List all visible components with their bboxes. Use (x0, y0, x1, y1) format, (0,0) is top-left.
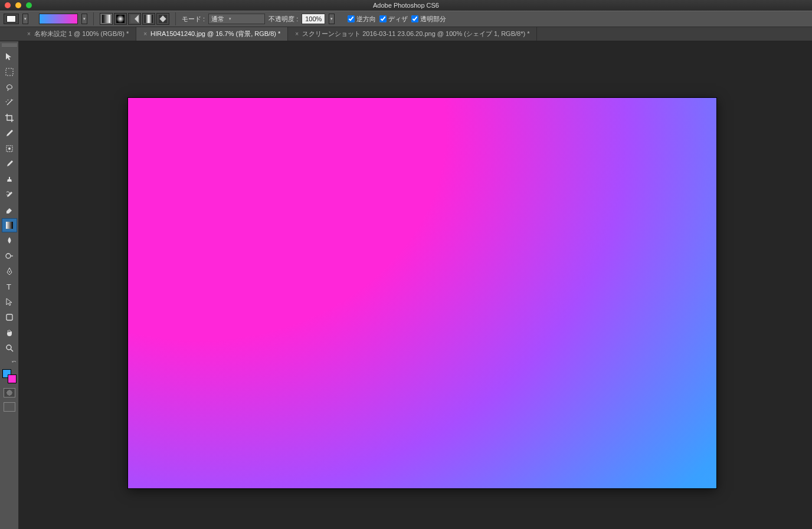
svg-point-8 (8, 147, 11, 150)
spot-heal-tool[interactable] (2, 142, 17, 156)
opacity-dropdown[interactable]: ▾ (329, 14, 335, 24)
gradient-tool[interactable] (2, 218, 17, 232)
document-tab-label: スクリーンショット 2016-03-11 23.06.20.png @ 100%… (302, 29, 529, 38)
workspace: T ⤺ (0, 41, 812, 529)
document-tab-strip: × 名称未設定 1 @ 100% (RGB/8) * × HIRA1504124… (0, 27, 812, 41)
marquee-tool[interactable] (2, 65, 17, 79)
svg-rect-3 (145, 15, 153, 23)
magic-wand-tool[interactable] (2, 96, 17, 110)
mode-label: モード : (182, 15, 205, 24)
color-swatches[interactable] (2, 369, 17, 383)
separator (175, 12, 176, 25)
document-tab[interactable]: × 名称未設定 1 @ 100% (RGB/8) * (20, 27, 136, 41)
gradient-type-group (100, 13, 169, 25)
tool-panel: T ⤺ (0, 41, 19, 529)
separator (93, 12, 94, 25)
gradient-linear-button[interactable] (100, 13, 113, 25)
close-window-button[interactable] (5, 2, 11, 8)
transparency-checkbox[interactable]: 透明部分 (411, 15, 446, 24)
zoom-tool[interactable] (2, 341, 17, 355)
dodge-tool[interactable] (2, 249, 17, 263)
document-tab[interactable]: × HIRA15041240.jpg @ 16.7% (背景, RGB/8) * (136, 27, 288, 41)
blend-mode-value: 通常 (211, 15, 224, 24)
path-selection-tool[interactable] (2, 295, 17, 309)
blur-tool[interactable] (2, 234, 17, 248)
close-tab-icon[interactable]: × (27, 31, 31, 37)
brush-tool[interactable] (2, 157, 17, 171)
close-tab-icon[interactable]: × (295, 31, 299, 37)
background-color[interactable] (8, 374, 17, 383)
reverse-checkbox[interactable]: 逆方向 (348, 15, 376, 24)
document-tab-label: HIRA15041240.jpg @ 16.7% (背景, RGB/8) * (150, 29, 280, 38)
eyedropper-tool[interactable] (2, 126, 17, 140)
close-tab-icon[interactable]: × (143, 31, 147, 37)
opacity-label: 不透明度 : (269, 15, 298, 24)
history-brush-tool[interactable] (2, 188, 17, 202)
gradient-radial-button[interactable] (114, 13, 127, 25)
shape-tool[interactable] (2, 310, 17, 324)
eraser-tool[interactable] (2, 203, 17, 217)
svg-rect-0 (102, 15, 110, 23)
lasso-tool[interactable] (2, 80, 17, 94)
app-title: Adobe Photoshop CS6 (0, 2, 812, 9)
tool-preset-picker[interactable] (4, 14, 19, 24)
gradient-diamond-button[interactable] (156, 13, 169, 25)
move-tool[interactable] (2, 50, 17, 64)
minimize-window-button[interactable] (15, 2, 21, 8)
screen-mode-button[interactable] (4, 402, 15, 412)
document-canvas[interactable] (128, 98, 716, 488)
color-swap-icon[interactable]: ⤺ (2, 359, 17, 364)
canvas-area[interactable] (19, 41, 812, 529)
type-tool[interactable]: T (2, 280, 17, 294)
gradient-reflected-button[interactable] (142, 13, 155, 25)
svg-point-14 (6, 345, 11, 350)
clone-stamp-tool[interactable] (2, 172, 17, 186)
svg-text:T: T (6, 282, 11, 291)
svg-point-11 (9, 271, 10, 272)
gradient-angle-button[interactable] (128, 13, 141, 25)
hand-tool[interactable] (2, 326, 17, 340)
document-tab-label: 名称未設定 1 @ 100% (RGB/8) * (34, 29, 129, 38)
blend-mode-select[interactable]: 通常 ▾ (208, 14, 265, 24)
panel-grip[interactable] (2, 44, 17, 47)
svg-rect-13 (6, 314, 12, 320)
svg-rect-9 (6, 222, 13, 229)
opacity-field[interactable]: 100% (302, 14, 325, 24)
traffic-lights (5, 2, 32, 8)
dither-checkbox[interactable]: ディザ (379, 15, 408, 24)
pen-tool[interactable] (2, 264, 17, 278)
gradient-picker-dropdown[interactable]: ▾ (81, 14, 87, 24)
options-bar: ▾ ▾ モード : 通常 ▾ 不透明度 : 100% ▾ 逆方向 ディザ 透明部… (0, 11, 812, 27)
quick-mask-button[interactable] (4, 388, 15, 397)
document-tab[interactable]: × スクリーンショット 2016-03-11 23.06.20.png @ 10… (288, 27, 537, 41)
tool-preset-dropdown[interactable]: ▾ (22, 14, 28, 24)
gradient-preview[interactable] (39, 14, 78, 24)
maximize-window-button[interactable] (26, 2, 32, 8)
window-titlebar: Adobe Photoshop CS6 (0, 0, 812, 11)
chevron-down-icon: ▾ (229, 17, 231, 21)
svg-point-10 (6, 254, 11, 258)
svg-rect-1 (116, 15, 125, 23)
svg-rect-6 (6, 68, 13, 75)
crop-tool[interactable] (2, 111, 17, 125)
